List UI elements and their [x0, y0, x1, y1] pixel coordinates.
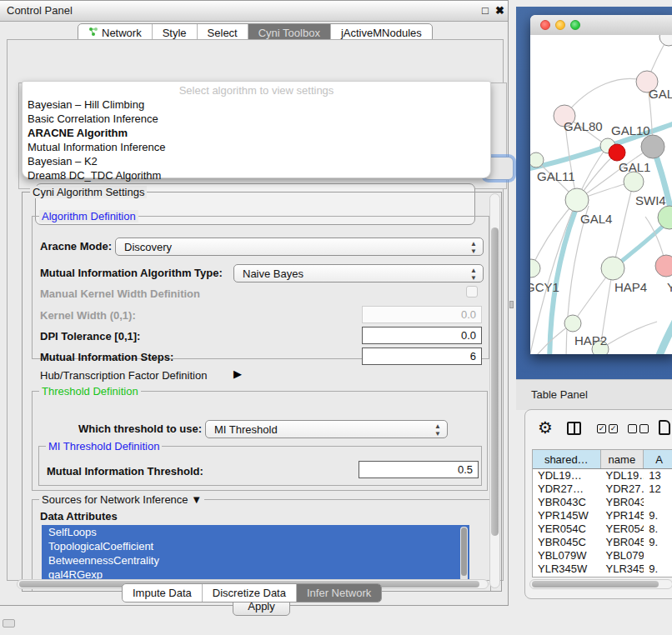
- node-label: GAL80: [564, 119, 603, 133]
- cyni-toolbox-panel: Select algorithm to view settings Bayesi…: [7, 39, 504, 581]
- splitter-handle[interactable]: [509, 301, 514, 308]
- mi-steps-field[interactable]: 6: [362, 348, 482, 365]
- node-label: GCY1: [530, 280, 559, 294]
- algorithm-dropdown-list: Select algorithm to view settings Bayesi…: [22, 81, 491, 178]
- table-row[interactable]: YIL052CYIL052C9: [533, 576, 672, 578]
- kernel-width-field[interactable]: 0.0: [362, 306, 482, 323]
- node-label: GAL: [649, 87, 672, 101]
- table-row[interactable]: YBR045CYBR045C9.: [533, 536, 672, 549]
- float-window-icon[interactable]: □: [482, 4, 489, 17]
- table-panel-body: ⚙ ✓ ✓ shared… name A YDL19…YDL19…13 YDR2…: [524, 409, 672, 599]
- node-label: GAL11: [537, 169, 575, 183]
- combo-spinner-icon: ▲▼: [470, 240, 477, 255]
- mi-steps-label: Mutual Information Steps:: [40, 351, 173, 363]
- table-horizontal-scrollbar[interactable]: [529, 579, 672, 589]
- mi-type-combobox[interactable]: Naive Bayes ▲▼: [233, 264, 484, 282]
- algorithm-option-selected[interactable]: ARACNE Algorithm: [28, 127, 128, 139]
- settings-vertical-scrollbar[interactable]: [489, 193, 500, 588]
- algorithm-option[interactable]: Mutual Information Inference: [28, 141, 165, 153]
- sources-group-title[interactable]: Sources for Network Inference ▼: [39, 493, 204, 506]
- table-row[interactable]: YBR043CYBR043C: [533, 496, 672, 509]
- hub-section-label[interactable]: Hub/Transcription Factor Definition: [40, 369, 207, 382]
- tab-discretize-data[interactable]: Discretize Data: [203, 584, 297, 602]
- algorithm-option[interactable]: Basic Correlation Inference: [28, 112, 158, 125]
- zoom-traffic-light-icon[interactable]: [570, 20, 580, 30]
- table-row[interactable]: YDR27…YDR27…12: [533, 482, 672, 496]
- cyni-algorithm-settings-group: Algorithm Definition Aracne Mode: Discov…: [22, 192, 502, 592]
- threshold-definition-title: Threshold Definition: [39, 385, 141, 398]
- table-row[interactable]: YER054CYER054C8.: [533, 522, 672, 536]
- node-label: SWI4: [635, 193, 666, 208]
- network-window-titlebar: [530, 15, 672, 36]
- table-panel-titlebar: Table Panel: [516, 379, 672, 410]
- node-label: Y: [667, 280, 672, 294]
- dpi-tolerance-label: DPI Tolerance [0,1]:: [40, 330, 140, 342]
- mi-threshold-label: Mutual Information Threshold:: [47, 465, 203, 478]
- data-attributes-label: Data Attributes: [40, 510, 118, 522]
- attribute-item-selected[interactable]: SelfLoops: [42, 525, 469, 539]
- unchecked-checkbox-icon[interactable]: [639, 424, 649, 433]
- manual-kernel-label: Manual Kernel Width Definition: [40, 288, 200, 300]
- close-window-icon[interactable]: ✖: [495, 4, 504, 17]
- node-label: GAL10: [611, 123, 650, 138]
- table-row[interactable]: YDL19…YDL19…13: [533, 469, 672, 482]
- tab-impute-data[interactable]: Impute Data: [123, 584, 203, 602]
- node-label: HAP2: [574, 333, 607, 348]
- dpi-tolerance-field[interactable]: 0.0: [362, 327, 482, 344]
- node-label: GAL4: [580, 212, 612, 226]
- control-panel-window: Control Panel □ ✖ Network Style Select C…: [0, 0, 509, 606]
- checked-checkbox-icon[interactable]: ✓: [609, 424, 618, 433]
- gear-icon[interactable]: ⚙: [538, 419, 553, 436]
- attribute-item-selected[interactable]: BetweennessCentrality: [42, 553, 469, 568]
- tab-infer-network[interactable]: Infer Network: [297, 584, 381, 602]
- column-header[interactable]: A: [644, 450, 672, 468]
- attributes-scrollbar[interactable]: [460, 527, 468, 582]
- algorithm-option[interactable]: Dream8 DC_TDC Algorithm: [28, 169, 161, 182]
- dropdown-placeholder: Select algorithm to view settings: [23, 84, 490, 97]
- table-row[interactable]: YPR145WYPR145W9.: [533, 509, 672, 522]
- which-threshold-combobox[interactable]: MI Threshold ▲▼: [205, 420, 448, 438]
- collapse-arrow-icon: ▼: [191, 493, 202, 506]
- table-panel-title: Table Panel: [531, 388, 588, 401]
- combo-spinner-icon: ▲▼: [434, 422, 441, 438]
- combo-spinner-icon: ▲▼: [470, 267, 477, 282]
- control-panel-titlebar: Control Panel □ ✖: [0, 1, 508, 22]
- table-row[interactable]: YLR345WYLR345W9.: [533, 562, 672, 576]
- which-threshold-label: Which threshold to use:: [78, 422, 202, 435]
- aracne-mode-combobox[interactable]: Discovery ▲▼: [115, 238, 484, 256]
- control-panel-title: Control Panel: [7, 4, 73, 17]
- node-label: GAL1: [619, 160, 650, 174]
- algorithm-definition-title: Algorithm Definition: [39, 210, 138, 222]
- mi-threshold-field[interactable]: 0.5: [359, 461, 479, 478]
- network-graph-icon: [88, 27, 98, 39]
- column-header[interactable]: shared…: [533, 450, 601, 468]
- data-attributes-list: SelfLoops TopologicalCoefficient Between…: [42, 525, 469, 584]
- mi-type-label: Mutual Information Algorithm Type:: [40, 267, 223, 279]
- settings-group-title: Cyni Algorithm Settings: [30, 186, 147, 198]
- window-grip-icon[interactable]: [3, 619, 15, 628]
- algorithm-option[interactable]: Bayesian – Hill Climbing: [28, 98, 144, 111]
- kernel-width-label: Kernel Width (0,1):: [40, 309, 136, 322]
- close-traffic-light-icon[interactable]: [540, 20, 550, 30]
- attribute-item-selected[interactable]: TopologicalCoefficient: [42, 539, 469, 553]
- algorithm-option[interactable]: Bayesian – K2: [28, 155, 98, 168]
- columns-icon[interactable]: [567, 422, 581, 435]
- cyni-bottom-tabs: Impute Data Discretize Data Infer Networ…: [122, 583, 382, 602]
- table-row[interactable]: YBL079WYBL079W: [533, 549, 672, 562]
- minimize-traffic-light-icon[interactable]: [555, 20, 565, 30]
- column-header[interactable]: name: [601, 450, 644, 468]
- unchecked-checkbox-icon[interactable]: [628, 424, 637, 433]
- network-view-window: GAL GAL80 GAL10 GAL1 GAL11 SWI4 GAL4 GCY…: [530, 15, 672, 354]
- node-label: HAP4: [614, 280, 647, 294]
- table-header-row: shared… name A: [533, 450, 672, 469]
- mi-threshold-definition-title: MI Threshold Definition: [46, 440, 162, 452]
- manual-kernel-checkbox[interactable]: [466, 286, 478, 298]
- aracne-mode-label: Aracne Mode:: [40, 240, 112, 252]
- expand-arrow-icon[interactable]: ▶: [233, 368, 242, 380]
- checked-checkbox-icon[interactable]: ✓: [597, 424, 606, 433]
- network-canvas[interactable]: GAL GAL80 GAL10 GAL1 GAL11 SWI4 GAL4 GCY…: [530, 35, 672, 354]
- document-icon[interactable]: [659, 420, 670, 435]
- node-table: shared… name A YDL19…YDL19…13 YDR27…YDR2…: [532, 449, 672, 578]
